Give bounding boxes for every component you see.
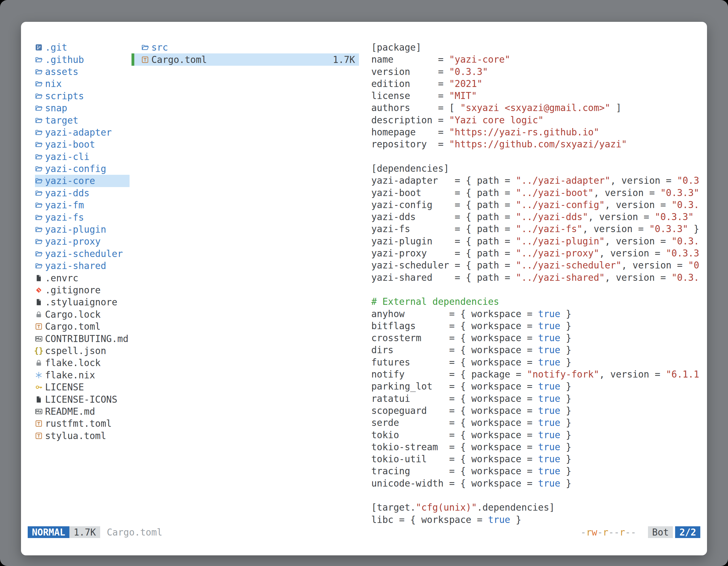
file-size-badge: 1.7K <box>69 526 100 538</box>
code-line: [package] <box>371 41 703 53</box>
item-label: yazi-fs <box>45 212 84 223</box>
dir-item[interactable]: .git <box>35 41 130 53</box>
item-label: assets <box>45 66 78 77</box>
toml-icon <box>35 432 43 440</box>
dir-item[interactable]: yazi-dds <box>35 187 130 199</box>
item-label: CONTRIBUTING.md <box>45 333 128 344</box>
code-line: edition = "2021" <box>371 78 703 90</box>
code-line: yazi-shared = { path = "../yazi-shared",… <box>371 272 703 283</box>
file-item[interactable]: {}cspell.json <box>35 345 130 357</box>
code-line: crossterm = { workspace = true } <box>371 332 703 344</box>
code-line: tokio-util = { workspace = true } <box>371 453 703 465</box>
code-line: notify = { package = "notify-fork", vers… <box>371 368 703 380</box>
item-label: Cargo.toml <box>151 54 207 65</box>
code-line: ratatui = { workspace = true } <box>371 393 703 405</box>
item-label: yazi-scheduler <box>45 248 123 259</box>
folder-icon <box>35 104 43 112</box>
folder-icon <box>35 250 43 258</box>
item-size: 1.7K <box>333 54 355 65</box>
code-line: license = "MIT" <box>371 90 703 102</box>
file-item[interactable]: LICENSE-ICONS <box>35 393 130 405</box>
git-icon <box>35 286 43 294</box>
item-label: yazi-fm <box>45 200 84 211</box>
folder-icon <box>35 201 43 209</box>
file-icon <box>35 274 43 282</box>
desktop-background: .git.githubassetsnixscriptssnaptargetyaz… <box>0 0 728 566</box>
item-label: yazi-core <box>45 175 95 186</box>
file-icon <box>35 298 43 306</box>
file-item[interactable]: flake.nix <box>35 369 130 381</box>
folder-icon <box>35 92 43 100</box>
file-item[interactable]: CONTRIBUTING.md <box>35 332 130 344</box>
dir-item[interactable]: yazi-adapter <box>35 126 130 139</box>
file-item[interactable]: .gitignore <box>35 284 130 296</box>
dir-item[interactable]: .github <box>35 53 130 65</box>
dir-item[interactable]: yazi-plugin <box>35 224 130 236</box>
folder-icon <box>35 262 43 270</box>
folder-icon <box>35 214 43 221</box>
item-label: flake.nix <box>45 370 95 380</box>
item-label: flake.lock <box>45 357 101 368</box>
toml-icon <box>35 323 43 330</box>
dir-item[interactable]: yazi-boot <box>35 139 130 151</box>
file-item[interactable]: LICENSE <box>35 381 130 393</box>
file-item[interactable]: Cargo.lock <box>35 308 130 320</box>
item-label: README.md <box>45 406 95 417</box>
file-item[interactable]: .styluaignore <box>35 296 130 308</box>
folder-icon <box>35 226 43 233</box>
file-item[interactable]: flake.lock <box>35 357 130 369</box>
code-line: [dependencies] <box>371 163 703 175</box>
file-item[interactable]: rustfmt.toml <box>35 417 130 429</box>
file-item[interactable]: .envrc <box>35 272 130 284</box>
item-label: yazi-dds <box>45 188 90 199</box>
dir-item[interactable]: yazi-scheduler <box>35 248 130 260</box>
code-line <box>371 151 703 163</box>
file-item[interactable]: README.md <box>35 405 130 417</box>
dir-item[interactable]: yazi-cli <box>35 151 130 163</box>
key-icon <box>35 383 43 391</box>
code-line: authors = [ "sxyazi <sxyazi@gmail.com>" … <box>371 102 703 114</box>
dir-item[interactable]: snap <box>35 102 130 114</box>
item-label: rustfmt.toml <box>45 418 112 429</box>
code-line: yazi-proxy = { path = "../yazi-proxy", v… <box>371 247 703 259</box>
status-bar-left: NORMAL 1.7K Cargo.toml <box>28 526 162 538</box>
dir-item[interactable]: assets <box>35 66 130 78</box>
dir-item[interactable]: nix <box>35 78 130 90</box>
file-item[interactable]: Cargo.toml <box>35 320 130 332</box>
code-line: [target."cfg(unix)".dependencies] <box>371 501 703 513</box>
code-line <box>371 283 703 295</box>
folder-icon <box>35 238 43 245</box>
item-label: cspell.json <box>45 345 106 356</box>
file-icon <box>35 396 43 403</box>
file-item[interactable]: Cargo.toml1.7K <box>131 53 359 65</box>
code-line: serde = { workspace = true } <box>371 417 703 429</box>
item-label: .envrc <box>45 273 78 283</box>
dir-item[interactable]: src <box>131 41 359 53</box>
folder-icon <box>35 189 43 197</box>
toml-icon <box>141 56 149 64</box>
dir-item[interactable]: yazi-proxy <box>35 236 130 248</box>
dir-item[interactable]: scripts <box>35 90 130 102</box>
dir-item[interactable]: yazi-shared <box>35 260 130 272</box>
item-label: scripts <box>45 91 84 102</box>
code-line: tokio = { workspace = true } <box>371 429 703 441</box>
dir-item[interactable]: target <box>35 114 130 126</box>
toml-icon <box>35 420 43 427</box>
dir-item[interactable]: yazi-fm <box>35 199 130 211</box>
item-label: yazi-cli <box>45 151 90 162</box>
folder-icon <box>35 56 43 64</box>
file-item[interactable]: stylua.toml <box>35 430 130 442</box>
item-label: nix <box>45 78 62 89</box>
item-label: Cargo.lock <box>45 309 101 320</box>
item-label: yazi-shared <box>45 261 106 271</box>
dir-item[interactable]: yazi-core <box>35 175 130 187</box>
code-line: yazi-adapter = { path = "../yazi-adapter… <box>371 175 703 187</box>
folder-icon <box>35 153 43 161</box>
code-line: unicode-width = { workspace = true } <box>371 477 703 489</box>
dir-item[interactable]: yazi-config <box>35 163 130 175</box>
code-line: anyhow = { workspace = true } <box>371 308 703 320</box>
preview-pane[interactable]: [package]name = "yazi-core"version = "0.… <box>371 41 703 528</box>
file-permissions: -rw-r--r-- <box>581 527 636 538</box>
json-icon: {} <box>35 347 43 354</box>
dir-item[interactable]: yazi-fs <box>35 211 130 223</box>
